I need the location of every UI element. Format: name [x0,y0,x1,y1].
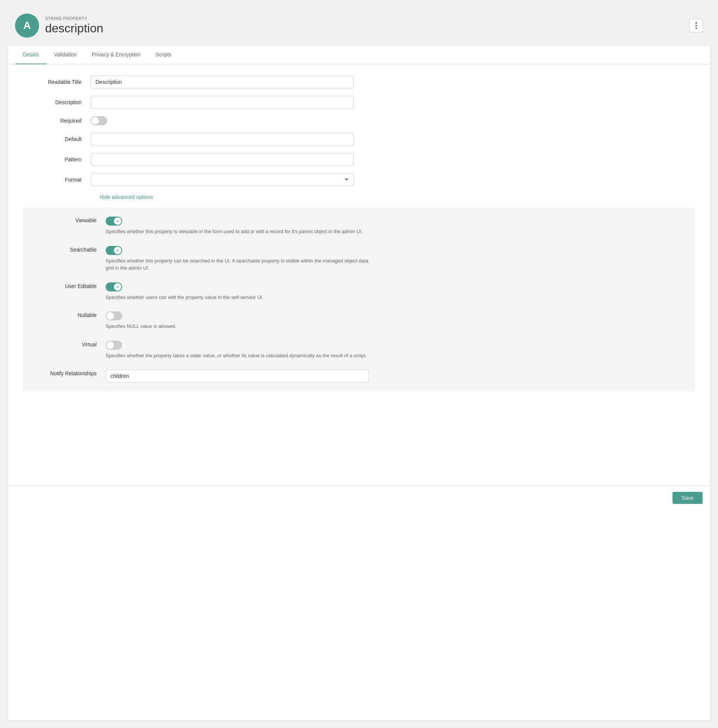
hide-advanced-link[interactable]: Hide advanced options [99,194,153,200]
pattern-row: Pattern [23,153,695,166]
user-editable-label: User Editable [38,282,105,289]
description-label: Description [23,99,90,105]
readable-title-input[interactable] [90,76,354,89]
tab-details[interactable]: Details [15,46,47,64]
nullable-description: Specifies NULL value is allowed. [105,323,369,330]
searchable-toggle[interactable]: ✓ [105,246,369,255]
check-icon: ✓ [116,284,119,289]
page-title: description [45,21,103,35]
viewable-label: Viewable [38,217,105,223]
default-label: Default [23,136,90,142]
notify-relationships-input[interactable] [105,370,369,382]
notify-relationships-label: Notify Relationships [38,370,105,376]
header-subtitle: STRING PROPERTY [45,16,103,21]
description-row: Description [23,96,695,109]
advanced-section: Viewable ✓ Specifies whether this proper… [23,208,695,392]
avatar-letter: A [23,20,31,32]
virtual-description: Specifies whether the property takes a s… [105,352,369,359]
nullable-label: Nullable [38,311,105,318]
searchable-row: Searchable ✓ Specifies whether this prop… [38,246,680,272]
viewable-row: Viewable ✓ Specifies whether this proper… [38,217,680,236]
format-row: Format [23,173,695,186]
user-editable-row: User Editable ✓ Specifies whether users … [38,282,680,301]
check-icon: ✓ [116,219,119,223]
user-editable-description: Specifies whether users can edit the pro… [105,294,369,301]
default-input[interactable] [90,133,354,145]
default-row: Default [23,133,695,145]
format-select[interactable] [90,173,354,186]
footer: Save [8,485,710,510]
tab-scripts[interactable]: Scripts [148,46,179,64]
readable-title-row: Readable Title [23,76,695,89]
user-editable-toggle[interactable]: ✓ [105,282,369,291]
pattern-input[interactable] [90,153,354,166]
save-button[interactable]: Save [672,492,703,504]
description-input[interactable] [90,96,354,109]
pattern-label: Pattern [23,156,90,162]
ellipsis-icon [695,22,697,29]
required-label: Required [23,118,90,124]
required-toggle[interactable] [90,116,354,125]
virtual-row: Virtual Specifies whether the property t… [38,341,680,359]
viewable-toggle[interactable]: ✓ [105,217,369,226]
searchable-description: Specifies whether this property can be s… [105,257,369,272]
nullable-toggle[interactable] [105,311,369,320]
virtual-label: Virtual [38,341,105,347]
required-row: Required [23,116,695,125]
notify-relationships-row: Notify Relationships [38,370,680,382]
tab-privacy-encryption[interactable]: Privacy & Encryption [84,46,148,64]
readable-title-label: Readable Title [23,79,90,85]
nullable-row: Nullable Specifies NULL value is allowed… [38,311,680,330]
more-options-button[interactable] [689,19,703,32]
virtual-toggle[interactable] [105,341,369,350]
viewable-description: Specifies whether this property is viewa… [105,228,369,236]
format-label: Format [23,177,90,183]
tab-bar: Details Validation Privacy & Encryption … [8,46,710,64]
avatar: A [15,14,39,38]
check-icon: ✓ [116,248,119,252]
searchable-label: Searchable [38,246,105,253]
tab-validation[interactable]: Validation [47,46,84,64]
